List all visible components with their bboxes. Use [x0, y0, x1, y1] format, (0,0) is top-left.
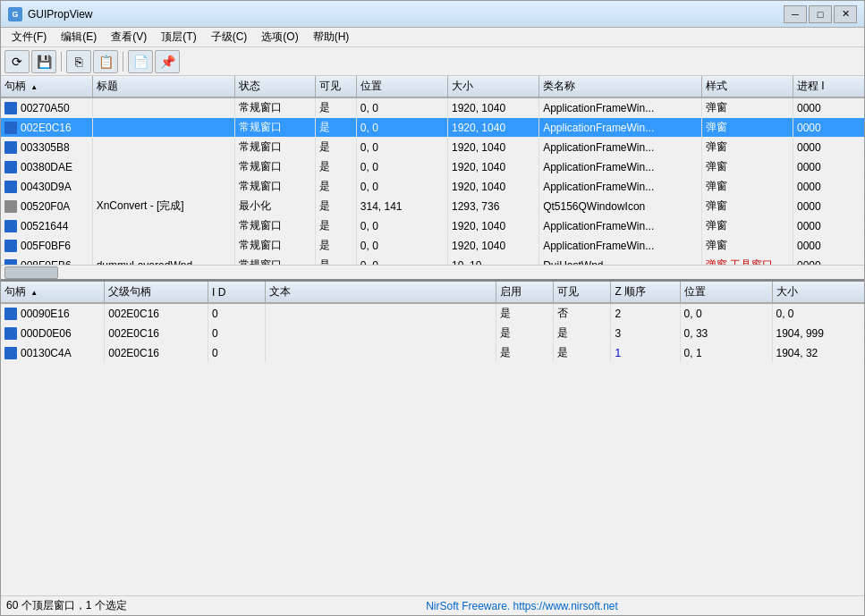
col-b-position[interactable]: 位置 [680, 282, 772, 303]
cell-position: 0, 0 [356, 216, 447, 236]
cell-position: 0, 0 [356, 157, 447, 177]
cell-process: 0000 [793, 118, 864, 138]
cell-position: 0, 0 [356, 236, 447, 256]
cell-classname: Qt5156QWindowIcon [539, 197, 702, 216]
cell-process: 0000 [793, 177, 864, 197]
cell-title [92, 177, 234, 197]
col-status[interactable]: 状态 [234, 76, 316, 97]
cell-b-text [266, 343, 496, 363]
top-table-scroll[interactable]: 句柄 ▲ 标题 状态 可见 位置 大小 类名称 样式 进程 I [1, 76, 864, 265]
cell-classname: ApplicationFrameWin... [539, 118, 702, 138]
top-table-header: 句柄 ▲ 标题 状态 可见 位置 大小 类名称 样式 进程 I [1, 76, 864, 97]
cell-position: 0, 0 [356, 138, 447, 157]
main-window: G GUIPropView ─ □ ✕ 文件(F) 编辑(E) 查看(V) 顶层… [0, 0, 865, 616]
row-icon [4, 220, 17, 232]
cell-status: 常规窗口 [234, 177, 316, 197]
col-b-text[interactable]: 文本 [266, 282, 496, 303]
col-b-visible[interactable]: 可见 [554, 282, 611, 303]
col-b-zorder[interactable]: Z 顺序 [611, 282, 680, 303]
col-handle[interactable]: 句柄 ▲ [1, 76, 92, 97]
cell-position: 0, 0 [356, 256, 447, 266]
table-row[interactable]: 003305B8 常规窗口 是 0, 0 1920, 1040 Applicat… [1, 138, 864, 157]
cell-b-enabled: 是 [496, 324, 553, 343]
col-classname[interactable]: 类名称 [539, 76, 702, 97]
cell-process: 0000 [793, 197, 864, 216]
cell-visible: 是 [316, 118, 356, 138]
cell-size: 1920, 1040 [448, 236, 539, 256]
col-b-id[interactable]: I D [208, 282, 266, 303]
table-row[interactable]: 00521644 常规窗口 是 0, 0 1920, 1040 Applicat… [1, 216, 864, 236]
toolbar-copy2[interactable]: 📋 [93, 50, 118, 73]
menu-edit[interactable]: 编辑(E) [54, 28, 104, 46]
toolbar-props2[interactable]: 📌 [155, 50, 180, 73]
table-row[interactable]: 00090E16 002E0C16 0 是 否 2 0, 0 0, 0 [1, 303, 864, 324]
toolbar-save[interactable]: 💾 [31, 50, 56, 73]
cell-classname: DuiHostWnd [539, 256, 702, 266]
table-row[interactable]: 005F0BF6 常规窗口 是 0, 0 1920, 1040 Applicat… [1, 236, 864, 256]
table-row[interactable]: 00520F0A XnConvert - [完成] 最小化 是 314, 141… [1, 197, 864, 216]
cell-style: 弹窗,工具窗口 [701, 256, 793, 266]
menu-options[interactable]: 选项(O) [254, 28, 305, 46]
status-bar: 60 个顶层窗口，1 个选定 NirSoft Freeware. https:/… [1, 595, 864, 615]
main-content: 句柄 ▲ 标题 状态 可见 位置 大小 类名称 样式 进程 I [1, 76, 864, 595]
col-title[interactable]: 标题 [92, 76, 234, 97]
toolbar: ⟳ 💾 ⎘ 📋 📄 📌 [1, 47, 864, 76]
table-row[interactable]: 00380DAE 常规窗口 是 0, 0 1920, 1040 Applicat… [1, 157, 864, 177]
cell-title [92, 157, 234, 177]
table-row[interactable]: 002E0C16 常规窗口 是 0, 0 1920, 1040 Applicat… [1, 118, 864, 138]
title-bar: G GUIPropView ─ □ ✕ [1, 1, 864, 28]
toolbar-sep1 [61, 52, 62, 72]
toolbar-refresh[interactable]: ⟳ [4, 50, 30, 73]
cell-title [92, 138, 234, 157]
maximize-button[interactable]: □ [809, 5, 832, 23]
cell-visible: 是 [316, 197, 356, 216]
menu-help[interactable]: 帮助(H) [306, 28, 357, 46]
menu-file[interactable]: 文件(F) [4, 28, 54, 46]
cell-position: 0, 0 [356, 97, 447, 118]
row-icon [4, 308, 17, 320]
toolbar-props1[interactable]: 📄 [128, 50, 153, 73]
toolbar-copy1[interactable]: ⎘ [66, 50, 91, 73]
top-hscroll-thumb[interactable] [4, 266, 58, 279]
cell-process: 0000 [793, 138, 864, 157]
col-style[interactable]: 样式 [701, 76, 793, 97]
cell-b-handle: 000D0E06 [1, 324, 105, 343]
row-icon [4, 161, 17, 173]
top-table-area: 句柄 ▲ 标题 状态 可见 位置 大小 类名称 样式 进程 I [1, 76, 864, 282]
bottom-table-body: 00090E16 002E0C16 0 是 否 2 0, 0 0, 0 000D… [1, 303, 864, 363]
cell-visible: 是 [316, 138, 356, 157]
minimize-button[interactable]: ─ [784, 5, 807, 23]
menu-toplevel[interactable]: 顶层(T) [154, 28, 203, 46]
col-size[interactable]: 大小 [448, 76, 539, 97]
table-row[interactable]: 00130C4A 002E0C16 0 是 是 1 0, 1 1904, 32 [1, 343, 864, 363]
row-icon [4, 200, 17, 213]
cell-classname: ApplicationFrameWin... [539, 97, 702, 118]
row-icon [4, 240, 17, 252]
cell-status: 最小化 [234, 197, 316, 216]
col-process[interactable]: 进程 I [793, 76, 864, 97]
col-visible[interactable]: 可见 [316, 76, 356, 97]
cell-b-size: 0, 0 [772, 303, 864, 324]
close-button[interactable]: ✕ [834, 5, 857, 23]
menu-view[interactable]: 查看(V) [104, 28, 154, 46]
col-b-enabled[interactable]: 启用 [496, 282, 553, 303]
table-row[interactable]: 00270A50 常规窗口 是 0, 0 1920, 1040 Applicat… [1, 97, 864, 118]
table-row[interactable]: 00430D9A 常规窗口 是 0, 0 1920, 1040 Applicat… [1, 177, 864, 197]
bottom-table-scroll[interactable]: 句柄 ▲ 父级句柄 I D 文本 启用 可见 Z 顺序 位置 大小 [1, 282, 864, 595]
cell-status: 常规窗口 [234, 97, 316, 118]
menu-child[interactable]: 子级(C) [204, 28, 255, 46]
col-position[interactable]: 位置 [356, 76, 447, 97]
cell-visible: 是 [316, 236, 356, 256]
cell-b-enabled: 是 [496, 343, 553, 363]
table-row[interactable]: 008F0EB6 dummyLayeredWnd 常规窗口 是 0, 0 10,… [1, 256, 864, 266]
col-b-parent[interactable]: 父级句柄 [105, 282, 208, 303]
cell-b-id: 0 [208, 324, 266, 343]
col-b-size[interactable]: 大小 [772, 282, 864, 303]
col-b-handle[interactable]: 句柄 ▲ [1, 282, 105, 303]
top-hscroll[interactable] [1, 265, 864, 279]
cell-status: 常规窗口 [234, 157, 316, 177]
table-row[interactable]: 000D0E06 002E0C16 0 是 是 3 0, 33 1904, 99… [1, 324, 864, 343]
cell-status: 常规窗口 [234, 216, 316, 236]
cell-visible: 是 [316, 256, 356, 266]
cell-b-position: 0, 0 [680, 303, 772, 324]
